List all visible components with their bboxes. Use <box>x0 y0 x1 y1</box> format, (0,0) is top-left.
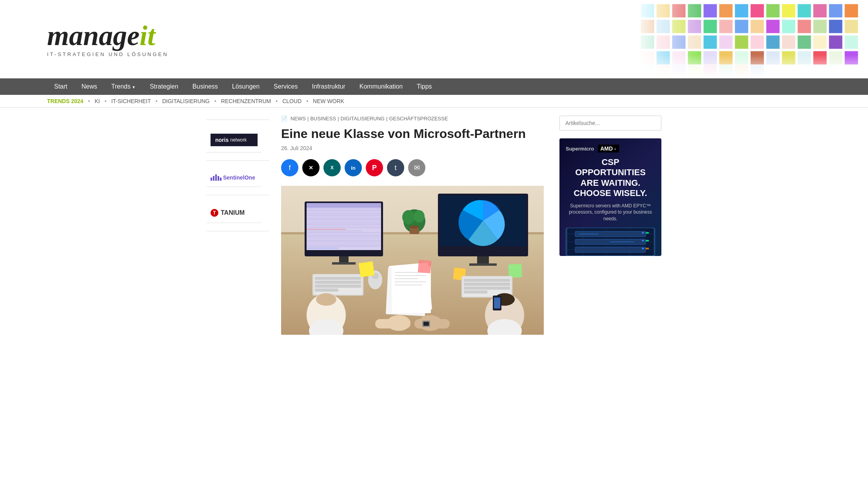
nav-link-trends[interactable]: Trends▼ <box>104 78 143 95</box>
nav-link-tipps[interactable]: Tipps <box>410 78 439 95</box>
x-icon: ✕ <box>309 165 313 171</box>
svg-rect-152 <box>414 319 450 328</box>
trends-digitalisierung[interactable]: DIGITALISIERUNG <box>162 98 210 104</box>
trends-rechenzentrum[interactable]: RECHENZENTRUM <box>221 98 271 104</box>
bar-4 <box>218 176 219 181</box>
sentinel-logo: SentinelOne <box>211 174 258 181</box>
breadcrumb-geschaeftsprozesse[interactable]: GESCHÄFTSPROZESSE <box>389 116 448 122</box>
breadcrumb-business[interactable]: BUSINESS <box>310 116 336 122</box>
nav-item-services[interactable]: Services <box>267 78 305 95</box>
nav-item-news[interactable]: News <box>74 78 104 95</box>
svg-rect-154 <box>494 298 500 308</box>
nav-link-news[interactable]: News <box>74 78 104 95</box>
svg-rect-77 <box>307 216 381 217</box>
trends-it-sicherheit[interactable]: IT-SICHERHEIT <box>111 98 151 104</box>
breadcrumb-sep-3: | <box>386 116 387 122</box>
trends-label[interactable]: TRENDS 2024 <box>47 98 84 104</box>
sentinelone-ad[interactable]: SentinelOne <box>207 169 261 187</box>
dot-4: • <box>214 98 216 104</box>
nav-link-start[interactable]: Start <box>47 78 74 95</box>
nav-item-kommunikation[interactable]: Kommunikation <box>352 78 410 95</box>
nav-item-loesungen[interactable]: Lösungen <box>225 78 267 95</box>
search-input[interactable] <box>559 116 661 131</box>
tanium-ad[interactable]: T TANIUM <box>207 203 261 223</box>
share-xing[interactable]: X <box>323 159 341 176</box>
breadcrumb-digitalisierung[interactable]: DIGITALISIERUNG <box>341 116 385 122</box>
sentinel-text: SentinelOne <box>223 174 255 181</box>
nav-link-services[interactable]: Services <box>267 78 305 95</box>
nav-item-business[interactable]: Business <box>185 78 225 95</box>
share-linkedin[interactable]: in <box>345 159 362 176</box>
share-facebook[interactable]: f <box>281 159 298 176</box>
share-pinterest[interactable]: P <box>366 159 383 176</box>
facebook-icon: f <box>289 164 291 172</box>
trends-new-work[interactable]: NEW WORK <box>313 98 344 104</box>
bar-5 <box>220 178 222 181</box>
article-title: Eine neue Klasse von Microsoft-Partnern <box>281 126 548 141</box>
svg-rect-127 <box>418 260 432 274</box>
content-area: 📄 NEWS | BUSINESS | DIGITALISIERUNG | GE… <box>281 116 548 335</box>
svg-rect-72 <box>307 209 381 209</box>
nav-link-loesungen[interactable]: Lösungen <box>225 78 267 95</box>
trends-ki[interactable]: KI <box>95 98 100 104</box>
amd-logo: AMD <box>600 145 613 152</box>
svg-rect-120 <box>392 266 431 313</box>
svg-rect-151 <box>375 319 410 328</box>
nav-link-business[interactable]: Business <box>185 78 225 95</box>
share-x[interactable]: ✕ <box>302 159 320 176</box>
nav-item-trends[interactable]: Trends▼ <box>104 78 143 95</box>
sentinel-bars <box>211 174 222 181</box>
svg-rect-112 <box>315 277 361 280</box>
social-icons: f ✕ X in P t ✉ <box>281 159 548 176</box>
share-tumblr[interactable]: t <box>387 159 404 176</box>
xing-icon: X <box>330 165 334 171</box>
nav-item-tipps[interactable]: Tipps <box>410 78 439 95</box>
network-text: network <box>230 137 247 143</box>
svg-rect-82 <box>307 224 381 225</box>
logo-area[interactable]: manageit IT-STRATEGIEN UND LÖSUNGEN <box>47 21 169 57</box>
supermicro-text: Supermicro <box>566 146 594 152</box>
left-sidebar: noris network SentinelOne T <box>207 116 269 335</box>
svg-rect-99 <box>332 262 356 265</box>
svg-rect-124 <box>395 281 426 282</box>
svg-rect-71 <box>307 203 381 208</box>
email-icon: ✉ <box>414 163 420 172</box>
logo: manageit <box>47 21 169 50</box>
ad-banner-logos: Supermicro AMD ▲ <box>566 145 619 152</box>
svg-rect-78 <box>307 218 381 219</box>
share-email[interactable]: ✉ <box>408 159 425 176</box>
bar-3 <box>215 174 217 181</box>
logo-manage: manage <box>47 20 140 51</box>
svg-point-106 <box>402 210 415 224</box>
ad-banner[interactable]: Supermicro AMD ▲ CSP OPPORTUNITIES ARE W… <box>559 138 661 256</box>
nav-item-strategien[interactable]: Strategien <box>143 78 185 95</box>
svg-rect-83 <box>307 226 381 227</box>
svg-rect-87 <box>307 232 381 233</box>
svg-rect-95 <box>307 245 381 245</box>
svg-rect-94 <box>307 243 381 244</box>
svg-rect-84 <box>307 227 381 228</box>
svg-point-109 <box>410 225 419 229</box>
svg-rect-138 <box>464 283 510 286</box>
svg-rect-73 <box>307 210 381 211</box>
nav-link-strategien[interactable]: Strategien <box>143 78 185 95</box>
nav-link-kommunikation[interactable]: Kommunikation <box>352 78 410 95</box>
nav-item-infrastruktur[interactable]: Infrastruktur <box>305 78 352 95</box>
noris-ad[interactable]: noris network <box>207 128 261 152</box>
breadcrumb-news[interactable]: NEWS <box>291 116 306 122</box>
svg-point-107 <box>414 210 425 223</box>
svg-rect-76 <box>307 215 381 216</box>
nav-item-start[interactable]: Start <box>47 78 74 95</box>
svg-rect-123 <box>395 278 418 279</box>
trends-bar: TRENDS 2024 • KI • IT-SICHERHEIT • DIGIT… <box>0 95 868 108</box>
svg-rect-170 <box>575 247 646 252</box>
dot-1: • <box>88 98 90 104</box>
dot-3: • <box>156 98 158 104</box>
trends-cloud[interactable]: CLOUD <box>282 98 301 104</box>
bar-1 <box>211 178 212 181</box>
svg-rect-65 <box>633 0 868 78</box>
svg-rect-115 <box>315 288 338 292</box>
nav-link-infrastruktur[interactable]: Infrastruktur <box>305 78 352 95</box>
ad-subtext: Supermicro servers with AMD EPYC™ proces… <box>566 203 655 222</box>
svg-rect-79 <box>307 220 381 220</box>
